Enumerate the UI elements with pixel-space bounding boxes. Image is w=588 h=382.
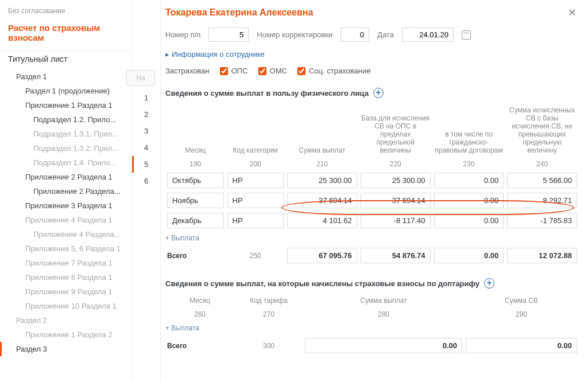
add-doptarif-link[interactable]: + Выплата bbox=[165, 321, 579, 336]
tree-item[interactable]: Приложение 7 Раздела 1 bbox=[0, 256, 131, 270]
num-label: Номер п/п bbox=[165, 30, 200, 39]
tree-item[interactable]: Раздел 1 (продолжение) bbox=[0, 84, 131, 98]
check-soc[interactable]: Соц. страхование bbox=[297, 67, 370, 75]
tree-root[interactable]: Титульный лист bbox=[0, 50, 131, 69]
approval-status: Без согласования bbox=[0, 5, 131, 21]
payments-table: Месяц Код категории Сумма выплат База дл… bbox=[165, 103, 579, 231]
corr-input[interactable] bbox=[341, 28, 369, 42]
check-ops[interactable]: ОПС bbox=[220, 67, 248, 75]
tree-item[interactable]: Приложение 3 Раздела 1 bbox=[0, 198, 131, 213]
table-row: ОктябрьНР25 300.0025 300.000.005 566.00 bbox=[165, 170, 579, 190]
tree-item[interactable]: Раздел 1 bbox=[0, 69, 131, 84]
ghost-button[interactable]: На bbox=[126, 70, 155, 86]
base-cell[interactable]: -8 117.40 bbox=[361, 213, 431, 228]
sv-cell[interactable]: -1 785.83 bbox=[507, 213, 577, 228]
tree-item[interactable]: Приложение 1 Раздела 1 bbox=[0, 98, 131, 112]
document-title: Расчет по страховым взносам bbox=[0, 21, 131, 50]
total-sum: 67 095.76 bbox=[287, 248, 357, 263]
section2-title: Сведения о сумме выплат, на которые начи… bbox=[165, 274, 579, 293]
total-sv: 12 072.88 bbox=[507, 248, 577, 263]
index-row[interactable]: 4 bbox=[132, 139, 160, 156]
total-gpd: 0.00 bbox=[434, 248, 504, 263]
table-row: НоябрьНР37 694.1437 694.140.008 292.71 bbox=[165, 190, 579, 211]
code-cell[interactable]: НР bbox=[227, 193, 284, 208]
tree-item[interactable]: Подраздел 1.4. Прило... bbox=[0, 155, 131, 170]
sum-cell[interactable]: 4 101.62 bbox=[287, 213, 357, 228]
tree-item[interactable]: Приложение 10 Раздела 1 bbox=[0, 299, 131, 313]
tree-item[interactable]: Подраздел 1.2. Прило... bbox=[0, 112, 131, 127]
code-cell[interactable]: НР bbox=[227, 213, 284, 228]
tree-item[interactable]: Приложение 9 Раздела 1 bbox=[0, 284, 131, 299]
main-area: На № п/п 123456 Токарева Екатерина Алекс… bbox=[132, 0, 588, 382]
month-cell[interactable]: Декабрь bbox=[167, 213, 224, 228]
total-label: Всего bbox=[165, 245, 226, 266]
employee-name: Токарева Екатерина Алексеевна bbox=[165, 7, 313, 18]
detail-panel: Токарева Екатерина Алексеевна ✕ Номер п/… bbox=[161, 0, 588, 382]
index-row[interactable]: 5 bbox=[132, 156, 160, 173]
date-input[interactable] bbox=[402, 28, 454, 42]
insured-label: Застрахован bbox=[165, 67, 210, 75]
sum-cell[interactable]: 25 300.00 bbox=[287, 173, 357, 188]
tree-item[interactable]: Приложения 5, 6 Раздела 1 bbox=[0, 241, 131, 256]
corr-label: Номер корректировки bbox=[257, 30, 332, 39]
total2-sum: 0.00 bbox=[305, 338, 462, 353]
gpd-cell[interactable]: 0.00 bbox=[434, 213, 504, 228]
close-icon[interactable]: ✕ bbox=[565, 6, 579, 20]
nav-tree: Раздел 1Раздел 1 (продолжение)Приложение… bbox=[0, 69, 131, 356]
chevron-right-icon: ▸ bbox=[165, 50, 169, 59]
add-payment-link[interactable]: + Выплата bbox=[165, 231, 579, 245]
payments-total: Всего 250 67 095.76 54 876.74 0.00 12 07… bbox=[165, 245, 579, 266]
sv-cell[interactable]: 8 292.71 bbox=[507, 193, 577, 208]
base-cell[interactable]: 37 694.14 bbox=[361, 193, 431, 208]
tree-item[interactable]: Приложение 2 Раздела 1 bbox=[0, 170, 131, 184]
index-row[interactable]: 1 bbox=[132, 89, 160, 106]
total2-sv: 0.00 bbox=[466, 338, 577, 353]
employee-info-toggle[interactable]: ▸Информация о сотруднике bbox=[165, 46, 579, 64]
tree-item[interactable]: Приложение 8 Раздела 1 bbox=[0, 270, 131, 284]
sum-cell[interactable]: 37 694.14 bbox=[287, 193, 357, 208]
month-cell[interactable]: Ноябрь bbox=[167, 193, 224, 208]
tree-item[interactable]: Приложение 2 Раздела... bbox=[0, 184, 131, 198]
sv-cell[interactable]: 5 566.00 bbox=[507, 173, 577, 188]
doptarif-table: Месяц Код тарифа Сумма выплат Сумма СВ 2… bbox=[165, 293, 579, 321]
row-index-column: № п/п 123456 bbox=[132, 0, 161, 382]
tree-item[interactable]: Подраздел 1.3.2. Прил... bbox=[0, 141, 131, 155]
date-label: Дата bbox=[377, 30, 394, 39]
doptarif-total: Всего 300 0.00 0.00 bbox=[165, 336, 579, 356]
total-base: 54 876.74 bbox=[361, 248, 431, 263]
index-row[interactable]: 3 bbox=[132, 123, 160, 139]
gpd-cell[interactable]: 0.00 bbox=[434, 193, 504, 208]
tree-item[interactable]: Раздел 3 bbox=[0, 342, 131, 356]
index-row[interactable]: 2 bbox=[132, 106, 160, 123]
header-form: Номер п/п Номер корректировки Дата bbox=[165, 20, 579, 46]
sidebar: Без согласования Расчет по страховым взн… bbox=[0, 0, 132, 382]
calendar-icon[interactable] bbox=[462, 30, 471, 40]
tree-item[interactable]: Подраздел 1.3.1. Прил... bbox=[0, 127, 131, 141]
tree-item[interactable]: Приложение 1 Раздела 2 bbox=[0, 328, 131, 342]
add-section2-icon[interactable]: + bbox=[484, 278, 494, 289]
index-row[interactable]: 6 bbox=[132, 173, 160, 189]
code-cell[interactable]: НР bbox=[227, 173, 284, 188]
tree-item[interactable]: Приложение 4 Раздела... bbox=[0, 227, 131, 241]
check-oms[interactable]: ОМС bbox=[258, 67, 287, 75]
num-input[interactable] bbox=[208, 28, 249, 42]
gpd-cell[interactable]: 0.00 bbox=[434, 173, 504, 188]
section1-title: Сведения о сумме выплат в пользу физичес… bbox=[165, 83, 579, 103]
tree-item[interactable]: Приложение 4 Раздела 1 bbox=[0, 213, 131, 227]
month-cell[interactable]: Октябрь bbox=[167, 173, 224, 188]
add-section1-icon[interactable]: + bbox=[373, 88, 384, 98]
table-row: ДекабрьНР4 101.62-8 117.400.00-1 785.83 bbox=[165, 211, 579, 231]
total2-label: Всего bbox=[165, 336, 234, 356]
base-cell[interactable]: 25 300.00 bbox=[361, 173, 431, 188]
insurance-checks: Застрахован ОПС ОМС Соц. страхование bbox=[165, 64, 579, 83]
tree-item[interactable]: Раздел 2 bbox=[0, 313, 131, 328]
